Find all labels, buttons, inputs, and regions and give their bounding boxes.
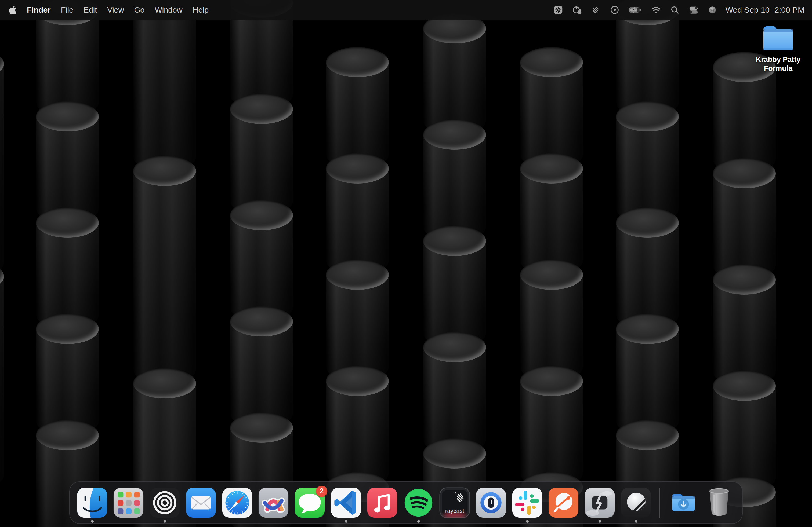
pillar-cap	[423, 332, 486, 362]
wallpaper-pillar-segment	[133, 0, 196, 171]
pillar-body	[520, 62, 583, 168]
pillar-cap	[133, 368, 196, 398]
pillar-body	[713, 67, 776, 174]
dock-item-launchpad[interactable]	[113, 487, 144, 518]
wallpaper-pillar-segment	[520, 366, 583, 487]
menu-window[interactable]: Window	[149, 6, 187, 14]
pillar-cap	[326, 153, 389, 183]
wallpaper-pillar-segment	[36, 102, 99, 223]
running-indicator	[526, 520, 529, 523]
dock-item-raycast[interactable]: raycast	[439, 487, 470, 518]
pillar-cap	[36, 102, 99, 132]
postman-icon	[548, 487, 579, 518]
wallpaper-pillar-segment	[616, 314, 679, 435]
pillar-body	[423, 135, 486, 241]
menu-bar-clock[interactable]: Wed Sep 10 2:00 PM	[726, 5, 804, 15]
pillar-cap	[713, 265, 776, 295]
dock-item-spotify[interactable]	[403, 487, 434, 518]
dock-item-onepassword[interactable]	[476, 487, 506, 518]
finder-icon	[77, 487, 108, 518]
pillar-cap	[326, 260, 389, 290]
power-lock-icon[interactable]	[568, 5, 586, 15]
notification-badge: 2	[316, 486, 327, 497]
dock-item-mail[interactable]	[186, 487, 216, 518]
wifi-icon[interactable]	[647, 5, 665, 15]
menu-bar-status-area: Wed Sep 10 2:00 PM	[549, 5, 812, 15]
wallpaper-pillar-segment	[713, 158, 776, 280]
wallpaper-pillar-segment	[616, 102, 679, 223]
dock-item-trash[interactable]	[704, 487, 735, 518]
play-circle-icon[interactable]	[605, 5, 624, 15]
pillar-cap	[616, 208, 679, 238]
wallpaper-pillar-segment	[423, 120, 486, 241]
dock-item-postman[interactable]	[548, 487, 579, 518]
pillar-cap	[326, 47, 389, 77]
pillar-body	[616, 10, 679, 117]
menu-edit[interactable]: Edit	[78, 6, 102, 14]
pillar-body	[520, 381, 583, 487]
pillar-cap	[230, 200, 293, 230]
dock-item-messages[interactable]: 2	[294, 487, 325, 518]
menu-file[interactable]: File	[56, 6, 79, 14]
wallpaper-pillar-segment	[230, 306, 293, 428]
wallpaper-pillar-segment	[230, 200, 293, 321]
menu-view[interactable]: View	[102, 6, 129, 14]
rings-icon	[149, 487, 180, 518]
pillar-cap	[133, 156, 196, 186]
pillar-body	[713, 174, 776, 280]
pillar-body	[326, 62, 389, 168]
desktop-folder-krabby-patty-formula[interactable]: Krabby Patty Formula	[744, 25, 812, 73]
menu-help[interactable]: Help	[188, 6, 214, 14]
pillar-cap	[520, 366, 583, 396]
dock-item-music[interactable]	[367, 487, 398, 518]
pillar-body	[230, 109, 293, 215]
wallpaper-pillar-segment	[0, 49, 4, 276]
apple-menu-icon[interactable]	[9, 6, 16, 15]
raycast-flag-icon[interactable]	[586, 5, 605, 15]
spotify-icon	[403, 487, 434, 518]
control-center-icon[interactable]	[684, 5, 703, 15]
pillar-body	[520, 168, 583, 275]
pillar-body	[0, 64, 4, 276]
pillar-cap	[520, 260, 583, 290]
dock-item-arc[interactable]	[258, 487, 289, 518]
pillar-body	[326, 168, 389, 275]
wallpaper-pillar-segment	[423, 332, 486, 453]
pillar-body	[36, 10, 99, 117]
wallpaper-pillar-segment	[0, 261, 4, 489]
dock-item-finder[interactable]	[77, 487, 108, 518]
dock-item-safari[interactable]	[222, 487, 253, 518]
spotlight-search-icon[interactable]	[665, 5, 684, 15]
pillar-body	[230, 215, 293, 321]
menu-finder[interactable]: Finder	[22, 6, 56, 14]
pillar-cap	[230, 413, 293, 443]
dock-item-slack[interactable]	[512, 487, 543, 518]
pillar-body	[326, 381, 389, 487]
dock-item-vscode[interactable]	[331, 487, 361, 518]
dock-item-graycard[interactable]	[584, 487, 615, 518]
menu-go[interactable]: Go	[129, 6, 150, 14]
dock-item-sphere[interactable]	[621, 487, 651, 518]
downloads-icon	[668, 487, 699, 518]
siri-icon[interactable]	[703, 5, 722, 15]
pillar-cap	[36, 314, 99, 344]
pillar-cap	[713, 158, 776, 189]
dock-item-rings[interactable]	[149, 487, 180, 518]
battery-charging-icon[interactable]	[624, 5, 647, 15]
pillar-body	[713, 386, 776, 492]
pillar-body	[36, 329, 99, 435]
trash-icon	[704, 486, 735, 519]
raycast-label: raycast	[439, 508, 470, 514]
dock-item-downloads[interactable]	[668, 487, 699, 518]
wallpaper-pillar-segment	[423, 226, 486, 347]
dock: 2raycast	[69, 481, 743, 524]
burst-icon[interactable]	[549, 5, 568, 15]
wallpaper-pillar-segment	[326, 47, 389, 168]
wallpaper-pillar-segment	[230, 94, 293, 215]
pillar-body	[326, 275, 389, 381]
wallpaper-pillar-segment	[133, 156, 196, 383]
pillar-body	[133, 0, 196, 171]
wallpaper-pillar-segment	[520, 260, 583, 381]
wallpaper-pillar-segment	[713, 371, 776, 492]
pillar-body	[36, 223, 99, 329]
